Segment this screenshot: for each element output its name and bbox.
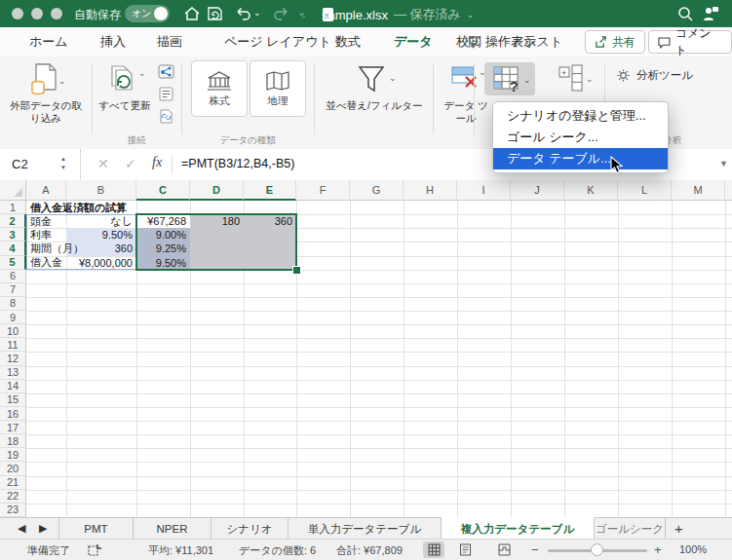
- formula-input[interactable]: =PMT(B3/12,B4,-B5): [181, 157, 294, 170]
- column-header-I[interactable]: I: [457, 180, 511, 201]
- ribbon-tab-2[interactable]: 挿入: [100, 27, 126, 56]
- row-header-18[interactable]: 18: [0, 434, 26, 448]
- analysis-tools-button[interactable]: 分析ツール: [616, 68, 693, 83]
- traffic-lights[interactable]: [12, 8, 62, 19]
- sheet-tab-6[interactable]: ゴールシーク: [595, 518, 666, 540]
- row-header-8[interactable]: 8: [0, 297, 26, 311]
- row-header-1[interactable]: 1: [0, 201, 26, 214]
- sheet-tab-3[interactable]: シナリオ: [212, 518, 289, 540]
- column-header-F[interactable]: F: [296, 180, 350, 201]
- row-header-14[interactable]: 14: [0, 380, 26, 393]
- row-header-12[interactable]: 12: [0, 352, 26, 365]
- row-header-6[interactable]: 6: [0, 270, 26, 283]
- worksheet-grid[interactable]: ABCDEFGHIJKLMN12345678910111213141516171…: [0, 180, 732, 517]
- column-header-H[interactable]: H: [404, 180, 457, 201]
- toolbar-customize-icon[interactable]: ⌄̱: [297, 6, 315, 23]
- ribbon-tab-5[interactable]: 数式: [335, 27, 361, 56]
- row-header-4[interactable]: 4: [0, 242, 26, 255]
- zoom-in-icon[interactable]: +: [654, 542, 662, 557]
- row-header-2[interactable]: 2: [0, 214, 26, 228]
- get-external-data-button[interactable]: ⌄ 外部データの取り込み: [8, 60, 84, 125]
- ribbon-tab-6[interactable]: データ: [394, 27, 433, 59]
- column-header-M[interactable]: M: [672, 180, 725, 201]
- close-window-icon[interactable]: [12, 8, 23, 19]
- sort-filter-button[interactable]: ⌄ 並べ替え/フィルター: [322, 60, 427, 112]
- zoom-out-icon[interactable]: −: [531, 542, 539, 557]
- row-header-7[interactable]: 7: [0, 283, 26, 297]
- zoom-slider-knob[interactable]: [591, 543, 603, 556]
- prev-sheet-icon[interactable]: ◀: [18, 522, 25, 535]
- row-header-3[interactable]: 3: [0, 228, 26, 242]
- ribbon-tab-3[interactable]: 描画: [157, 27, 182, 56]
- cancel-entry-icon[interactable]: ✕: [97, 156, 109, 171]
- column-header-L[interactable]: L: [618, 180, 672, 201]
- sheet-tab-5[interactable]: 複入力データテーブル: [442, 517, 595, 540]
- column-header-C[interactable]: C: [136, 180, 190, 201]
- sheet-tab-4[interactable]: 単入力データテーブル: [289, 518, 442, 540]
- zoom-window-icon[interactable]: [51, 8, 62, 19]
- row-header-13[interactable]: 13: [0, 366, 26, 380]
- user-feedback-icon[interactable]: [702, 5, 719, 22]
- row-header-21[interactable]: 21: [0, 476, 26, 490]
- connections-icon[interactable]: [158, 64, 174, 79]
- add-sheet-button[interactable]: +: [674, 520, 683, 537]
- zoom-level[interactable]: 100%: [679, 543, 707, 555]
- page-layout-view-button[interactable]: [454, 541, 476, 558]
- ribbon-tab-9[interactable]: 操作アシスト: [485, 27, 562, 56]
- next-sheet-icon[interactable]: ▶: [39, 522, 47, 535]
- outline-group-button[interactable]: + ⌄: [552, 62, 597, 95]
- ribbon-tab-4[interactable]: ページ レイアウト: [224, 27, 331, 56]
- row-header-15[interactable]: 15: [0, 393, 26, 407]
- select-all-corner[interactable]: [0, 180, 26, 201]
- column-header-G[interactable]: G: [350, 180, 404, 201]
- stocks-button[interactable]: 株式: [191, 60, 248, 117]
- save-icon[interactable]: [207, 5, 224, 22]
- cell-A1[interactable]: 借入金返済額の試算: [26, 201, 163, 214]
- row-header-9[interactable]: 9: [0, 311, 26, 324]
- properties-icon[interactable]: [158, 87, 174, 101]
- sheet-tab-2[interactable]: NPER: [134, 518, 212, 540]
- menu-item-2[interactable]: ゴール シーク...: [493, 127, 668, 148]
- row-header-5[interactable]: 5: [0, 256, 26, 270]
- column-header-B[interactable]: B: [66, 180, 136, 201]
- column-header-E[interactable]: E: [244, 180, 296, 201]
- row-header-19[interactable]: 19: [0, 448, 26, 462]
- whatif-analysis-button[interactable]: ? ⌄: [484, 62, 535, 95]
- normal-view-button[interactable]: [423, 541, 444, 558]
- column-header-K[interactable]: K: [564, 180, 618, 201]
- edit-links-icon[interactable]: [158, 109, 174, 124]
- confirm-entry-icon[interactable]: ✓: [125, 156, 136, 171]
- undo-icon[interactable]: [234, 5, 251, 22]
- row-header-17[interactable]: 17: [0, 421, 26, 434]
- row-header-22[interactable]: 22: [0, 490, 26, 504]
- geography-button[interactable]: 地理: [250, 60, 306, 117]
- menu-item-3[interactable]: データ テーブル...: [493, 148, 668, 169]
- ribbon-tab-1[interactable]: ホーム: [29, 27, 68, 56]
- row-header-11[interactable]: 11: [0, 338, 26, 352]
- column-header-A[interactable]: A: [26, 180, 66, 201]
- refresh-all-button[interactable]: ⌄ すべて更新: [97, 60, 152, 112]
- menu-item-1[interactable]: シナリオの登録と管理...: [493, 105, 668, 127]
- share-button[interactable]: 共有: [585, 30, 645, 54]
- insert-function-icon[interactable]: fx: [152, 155, 162, 170]
- sheet-tab-1[interactable]: PMT: [58, 518, 134, 540]
- redo-icon[interactable]: [273, 5, 290, 22]
- name-box[interactable]: C2 ▲▼: [0, 149, 81, 179]
- page-break-view-button[interactable]: [493, 541, 515, 558]
- column-header-J[interactable]: J: [511, 180, 564, 201]
- minimize-window-icon[interactable]: [31, 8, 43, 19]
- comments-button[interactable]: コメント: [648, 30, 732, 54]
- row-header-16[interactable]: 16: [0, 407, 26, 421]
- row-header-23[interactable]: 23: [0, 504, 26, 517]
- column-header-N[interactable]: N: [725, 180, 732, 201]
- column-header-D[interactable]: D: [190, 180, 244, 201]
- row-header-20[interactable]: 20: [0, 462, 26, 475]
- formula-bar-expand-icon[interactable]: ▼: [719, 159, 728, 168]
- fill-handle[interactable]: [292, 266, 301, 275]
- home-icon[interactable]: [183, 5, 201, 22]
- search-icon[interactable]: [676, 5, 694, 22]
- name-box-spinner[interactable]: ▲▼: [60, 155, 66, 172]
- autosave-toggle[interactable]: オン: [125, 5, 170, 22]
- row-header-10[interactable]: 10: [0, 324, 26, 338]
- undo-dropdown-icon[interactable]: ⌄: [253, 8, 271, 25]
